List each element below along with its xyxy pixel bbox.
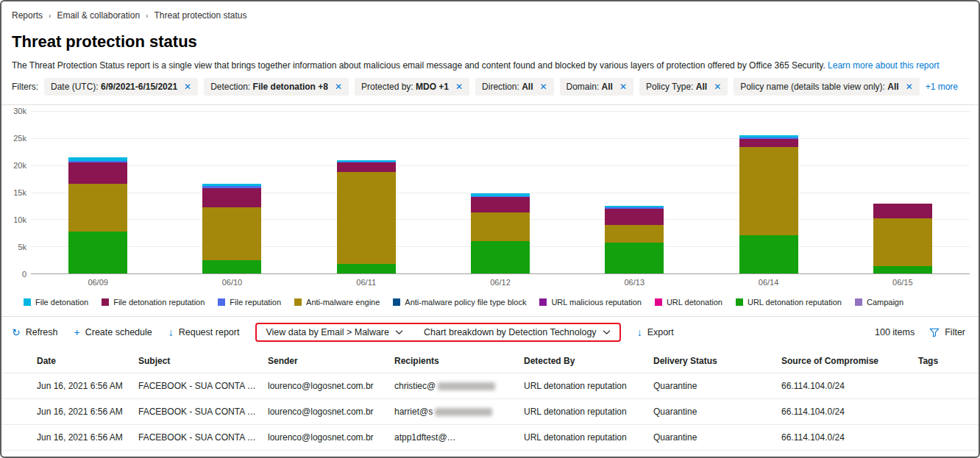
refresh-button[interactable]: ↻ Refresh (12, 327, 58, 337)
legend-item[interactable]: Campaign (855, 298, 903, 307)
highlighted-dropdowns-box: View data by Email > Malware Chart break… (255, 323, 620, 342)
bar-segment[interactable] (739, 235, 798, 273)
stacked-bar[interactable] (739, 111, 798, 273)
filter-chip[interactable]: Direction: All✕ (475, 78, 553, 96)
filter-button[interactable]: Filter (929, 327, 965, 337)
chart-column (701, 111, 835, 273)
bar-segment[interactable] (68, 162, 127, 184)
threat-protection-report-window: Reports › Email & collaboration › Threat… (0, 0, 980, 458)
breadcrumb-reports[interactable]: Reports (12, 10, 43, 21)
chip-remove-icon[interactable]: ✕ (184, 82, 191, 92)
filter-chip[interactable]: Date (UTC): 6/9/2021-6/15/2021✕ (44, 78, 198, 96)
x-tick-label: 06/13 (567, 278, 701, 287)
bar-segment[interactable] (471, 212, 530, 241)
legend-item[interactable]: File detonation reputation (102, 298, 205, 307)
bar-segment[interactable] (337, 264, 396, 273)
legend-label: Campaign (867, 298, 903, 307)
bar-segment[interactable] (873, 218, 932, 267)
bar-segment[interactable] (202, 207, 261, 260)
filter-chip[interactable]: Protected by: MDO +1✕ (355, 78, 469, 96)
bar-segment[interactable] (202, 260, 261, 273)
page-description: The Threat Protection Status report is a… (12, 60, 968, 71)
bar-segment[interactable] (739, 147, 798, 235)
column-header[interactable]: Detected By (518, 348, 647, 373)
bar-segment[interactable] (68, 232, 127, 273)
chart-breakdown-dropdown[interactable]: Chart breakdown by Detection Technology (424, 327, 611, 337)
legend-label: URL malicious reputation (551, 298, 641, 307)
bar-segment[interactable] (873, 204, 932, 218)
x-tick-label: 06/09 (31, 278, 165, 287)
bar-segment[interactable] (471, 197, 530, 212)
bar-segment[interactable] (739, 139, 798, 147)
create-schedule-button[interactable]: + Create schedule (74, 327, 152, 337)
export-button[interactable]: ↓ Export (637, 327, 674, 337)
legend-item[interactable]: Anti-malware engine (294, 298, 380, 307)
chip-remove-icon[interactable]: ✕ (714, 82, 721, 92)
bar-segment[interactable] (202, 188, 261, 208)
stacked-bar[interactable] (202, 111, 261, 273)
stacked-bar[interactable] (471, 111, 530, 273)
legend-item[interactable]: URL malicious reputation (539, 298, 641, 307)
x-tick-label: 06/10 (165, 278, 299, 287)
table-row[interactable]: Jun 16, 2021 6:56 AMFACEBOOK - SUA CONTA… (1, 425, 980, 451)
chip-remove-icon[interactable]: ✕ (906, 82, 913, 92)
plus-icon: + (74, 327, 80, 337)
bar-segment[interactable] (605, 225, 664, 243)
more-filters-link[interactable]: +1 more (926, 82, 958, 92)
legend-item[interactable]: File reputation (218, 298, 281, 307)
tags-cell (912, 399, 980, 425)
request-report-button[interactable]: ↓ Request report (168, 327, 240, 337)
legend-item[interactable]: Anti-malware policy file type block (393, 298, 526, 307)
table-row[interactable]: Jun 16, 2021 6:56 AMFACEBOOK - SUA CONTA… (1, 373, 980, 399)
legend-label: Anti-malware policy file type block (405, 298, 526, 307)
sender-cell: lourenco@logosnet.com.br (262, 425, 388, 451)
bar-segment[interactable] (873, 266, 932, 273)
stacked-bar[interactable] (605, 111, 664, 273)
breadcrumb-email-collaboration[interactable]: Email & collaboration (57, 10, 140, 21)
x-tick-label: 06/12 (433, 278, 567, 287)
x-tick-label: 06/15 (836, 278, 970, 287)
bar-segment[interactable] (605, 243, 664, 273)
legend-item[interactable]: URL detonation (655, 298, 722, 307)
legend-swatch (24, 298, 31, 306)
sender-cell: lourenco@logosnet.com.br (262, 399, 388, 425)
y-tick-label: 15k (13, 188, 26, 197)
chip-remove-icon[interactable]: ✕ (335, 82, 342, 92)
legend-item[interactable]: File detonation (24, 298, 88, 307)
filter-chip[interactable]: Policy name (details table view only): A… (734, 78, 920, 96)
column-header[interactable]: Recipients (388, 348, 518, 373)
items-count: 100 items (875, 327, 915, 337)
chip-remove-icon[interactable]: ✕ (619, 82, 627, 92)
table-row[interactable]: Jun 16, 2021 6:56 AMFACEBOOK - SUA CONTA… (1, 399, 980, 425)
column-header[interactable]: Source of Compromise (775, 348, 912, 373)
legend-label: URL detonation (667, 298, 722, 307)
column-header[interactable]: Tags (912, 348, 980, 373)
bar-segment[interactable] (337, 172, 396, 263)
stacked-bar[interactable] (68, 111, 127, 273)
filters-bar: Filters: Date (UTC): 6/9/2021-6/15/2021✕… (12, 78, 968, 96)
bar-segment[interactable] (337, 162, 396, 172)
view-data-by-dropdown[interactable]: View data by Email > Malware (266, 327, 403, 337)
redacted-text (450, 434, 507, 442)
chip-remove-icon[interactable]: ✕ (539, 82, 547, 92)
learn-more-link[interactable]: Learn more about this report (828, 60, 939, 71)
bar-segment[interactable] (605, 209, 664, 225)
legend-label: Anti-malware engine (306, 298, 380, 307)
date-cell: Jun 16, 2021 6:56 AM (1, 425, 132, 451)
filter-chip[interactable]: Policy Type: All✕ (639, 78, 728, 96)
legend-swatch (218, 298, 225, 306)
filter-chip[interactable]: Detection: File detonation +8✕ (204, 78, 349, 96)
column-header[interactable]: Subject (132, 348, 262, 373)
filter-chip[interactable]: Domain: All✕ (560, 78, 633, 96)
stacked-bar[interactable] (337, 111, 396, 273)
legend-item[interactable]: URL detonation reputation (736, 298, 842, 307)
bar-segment[interactable] (471, 241, 530, 273)
column-header[interactable]: Sender (262, 348, 388, 373)
detected-by-cell: URL detonation reputation (518, 373, 647, 399)
legend-label: URL detonation reputation (748, 298, 842, 307)
column-header[interactable]: Delivery Status (647, 348, 775, 373)
chip-remove-icon[interactable]: ✕ (455, 82, 463, 92)
bar-segment[interactable] (68, 184, 127, 231)
stacked-bar[interactable] (873, 111, 932, 273)
column-header[interactable]: Date (1, 348, 132, 373)
